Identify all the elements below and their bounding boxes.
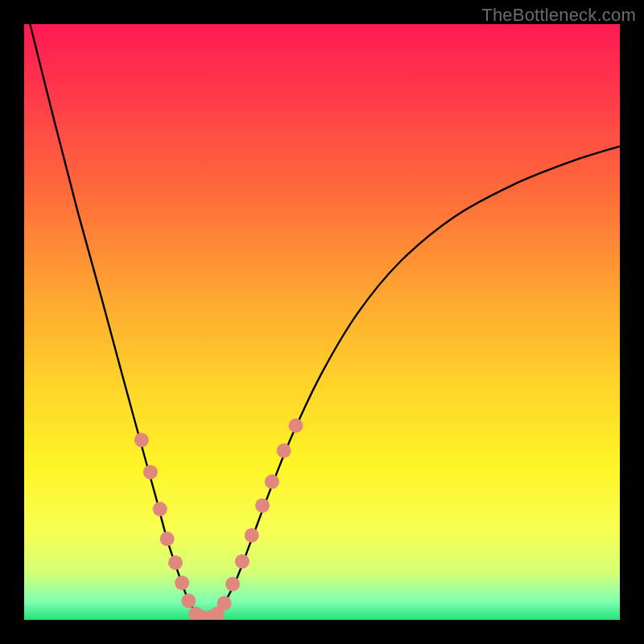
highlight-point	[175, 576, 189, 590]
highlight-point	[225, 577, 240, 592]
highlight-point	[245, 528, 259, 543]
watermark-text: TheBottleneck.com	[481, 5, 636, 26]
highlight-points	[134, 419, 303, 620]
curve-layer	[24, 24, 620, 620]
highlight-point	[288, 419, 303, 433]
highlight-point	[181, 593, 196, 608]
highlight-point	[217, 596, 232, 610]
bottleneck-curve	[30, 24, 620, 618]
highlight-point	[168, 555, 183, 570]
highlight-point	[134, 433, 149, 448]
highlight-point	[265, 474, 279, 489]
plot-area	[24, 24, 620, 620]
highlight-point	[277, 444, 291, 458]
highlight-point	[255, 498, 270, 513]
highlight-point	[160, 531, 175, 546]
chart-stage: TheBottleneck.com	[0, 0, 644, 644]
highlight-point	[235, 554, 250, 568]
highlight-point	[143, 464, 158, 479]
highlight-point	[153, 502, 167, 516]
